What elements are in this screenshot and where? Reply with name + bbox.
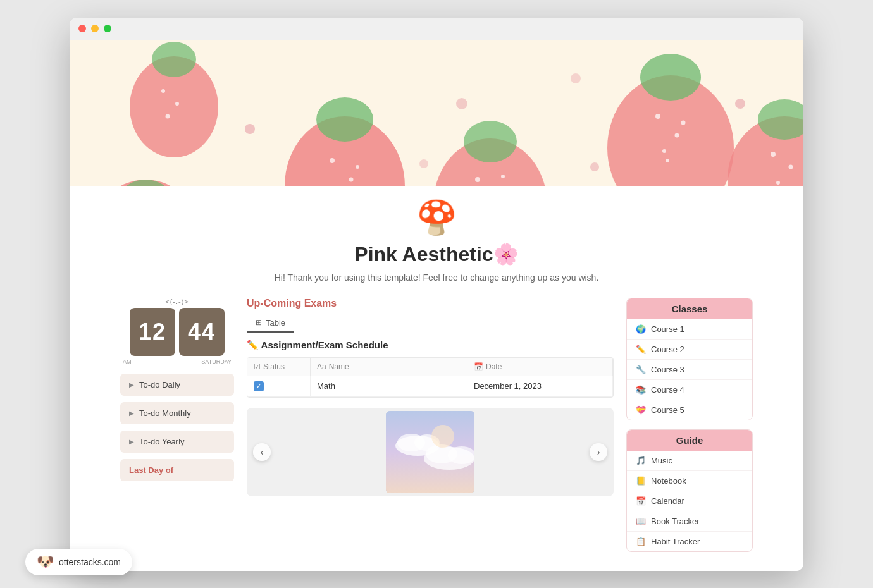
- cell-status[interactable]: ✓: [247, 376, 311, 396]
- guide-item-habit-tracker[interactable]: 📋 Habit Tracker: [627, 532, 752, 551]
- svg-point-42: [571, 73, 581, 83]
- guide-item-music[interactable]: 🎵 Music: [627, 451, 752, 471]
- tab-bar: ⊞ Table: [247, 314, 614, 333]
- tab-table[interactable]: ⊞ Table: [247, 314, 294, 333]
- browser-window: 🍄 Pink Aesthetic🌸 Hi! Thank you for usin…: [70, 18, 803, 571]
- clock-day: SATURDAY: [201, 358, 232, 365]
- svg-point-23: [501, 175, 505, 178]
- svg-point-26: [655, 114, 660, 119]
- svg-point-50: [431, 425, 454, 448]
- checkbox-checked[interactable]: ✓: [254, 381, 264, 391]
- title-bar: [70, 18, 803, 40]
- svg-point-29: [681, 120, 686, 125]
- db-title: ✏️ Assignment/Exam Schedule: [247, 340, 614, 351]
- course4-icon: 📚: [636, 385, 646, 395]
- book-tracker-label: Book Tracker: [651, 517, 700, 526]
- maximize-button[interactable]: [104, 25, 111, 32]
- col-status: ☑ Status: [247, 358, 311, 376]
- left-sidebar: <(-.-)> 12 44 AM SATURDAY ▶ To-do Daily …: [120, 298, 234, 481]
- carousel-next-button[interactable]: ›: [590, 443, 607, 461]
- table-header: ☑ Status Aa Name 📅 Date: [247, 358, 613, 376]
- last-day-label: Last Day of: [129, 465, 173, 475]
- svg-point-25: [640, 54, 701, 101]
- svg-point-9: [175, 102, 179, 106]
- course5-label: Course 5: [651, 405, 684, 415]
- svg-point-27: [675, 133, 679, 137]
- arrow-icon: ▶: [129, 438, 134, 445]
- svg-point-33: [771, 152, 776, 157]
- table-row: ✓ Math December 1, 2023: [247, 376, 613, 397]
- classes-title: Classes: [627, 298, 752, 319]
- music-label: Music: [651, 456, 672, 465]
- calendar-icon: 📅: [636, 496, 646, 506]
- guide-section: Guide 🎵 Music 📒 Notebook 📅 Calendar: [626, 429, 753, 552]
- svg-point-19: [464, 121, 517, 162]
- table-icon: ⊞: [256, 318, 262, 327]
- clock-widget: <(-.-)> 12 44 AM SATURDAY: [120, 298, 234, 365]
- page-description: Hi! Thank you for using this template! F…: [120, 273, 753, 283]
- classes-item-1[interactable]: 🌍 Course 1: [627, 319, 752, 340]
- arrow-icon: ▶: [129, 410, 134, 417]
- carousel-image: [386, 411, 474, 493]
- sidebar-item-todo-daily[interactable]: ▶ To-do Daily: [120, 374, 234, 396]
- svg-point-14: [349, 177, 354, 181]
- svg-point-34: [789, 164, 793, 169]
- svg-point-35: [776, 181, 780, 185]
- center-content: Up-Coming Exams ⊞ Table ✏️ Assignment/Ex…: [247, 298, 614, 496]
- svg-point-30: [666, 159, 669, 162]
- habit-tracker-label: Habit Tracker: [651, 537, 700, 546]
- book-tracker-icon: 📖: [636, 517, 646, 526]
- course1-icon: 🌍: [636, 324, 646, 334]
- clock-hours: 12: [130, 308, 175, 356]
- course5-icon: 💝: [636, 405, 646, 415]
- carousel-prev-button[interactable]: ‹: [253, 443, 271, 461]
- guide-item-calendar[interactable]: 📅 Calendar: [627, 491, 752, 511]
- course1-label: Course 1: [651, 324, 684, 334]
- col-name: Aa Name: [311, 358, 467, 376]
- cell-extra: [562, 376, 613, 396]
- svg-point-38: [590, 162, 599, 171]
- col-extra: [562, 358, 613, 376]
- content-area: 🍄 Pink Aesthetic🌸 Hi! Thank you for usin…: [70, 186, 803, 571]
- classes-item-5[interactable]: 💝 Course 5: [627, 400, 752, 420]
- svg-point-49: [448, 446, 474, 464]
- sidebar-item-label: To-do Yearly: [139, 437, 185, 446]
- minimize-button[interactable]: [91, 25, 99, 32]
- last-day-item[interactable]: Last Day of: [120, 459, 234, 481]
- sidebar-item-label: To-do Daily: [139, 380, 180, 389]
- guide-item-book-tracker[interactable]: 📖 Book Tracker: [627, 511, 752, 532]
- sidebar-item-todo-monthly[interactable]: ▶ To-do Monthly: [120, 402, 234, 424]
- svg-point-37: [456, 98, 467, 109]
- svg-point-7: [152, 42, 196, 77]
- exams-section-title: Up-Coming Exams: [247, 298, 614, 309]
- svg-point-41: [419, 159, 428, 168]
- classes-item-3[interactable]: 🔧 Course 3: [627, 360, 752, 380]
- close-button[interactable]: [78, 25, 86, 32]
- clock-display: 12 44: [120, 308, 234, 356]
- music-icon: 🎵: [636, 456, 646, 465]
- banner: [70, 40, 803, 186]
- cell-name: Math: [311, 376, 467, 396]
- exams-section: Up-Coming Exams ⊞ Table ✏️ Assignment/Ex…: [247, 298, 614, 398]
- sidebar-item-todo-yearly[interactable]: ▶ To-do Yearly: [120, 431, 234, 453]
- classes-item-4[interactable]: 📚 Course 4: [627, 380, 752, 400]
- course4-label: Course 4: [651, 385, 684, 395]
- svg-point-16: [356, 165, 359, 169]
- habit-tracker-icon: 📋: [636, 537, 646, 546]
- notebook-label: Notebook: [651, 476, 686, 486]
- course3-label: Course 3: [651, 365, 684, 374]
- guide-title: Guide: [627, 430, 752, 451]
- svg-point-39: [735, 99, 745, 109]
- calendar-icon: 📅: [474, 362, 483, 371]
- sidebar-item-label: To-do Monthly: [139, 408, 191, 418]
- clock-sublabels: AM SATURDAY: [120, 358, 234, 365]
- guide-list: 🎵 Music 📒 Notebook 📅 Calendar 📖: [627, 451, 752, 551]
- guide-item-notebook[interactable]: 📒 Notebook: [627, 471, 752, 491]
- notebook-icon: 📒: [636, 476, 646, 486]
- text-icon: Aa: [317, 362, 326, 371]
- watermark: 🐶 otterstacks.com: [25, 549, 132, 575]
- right-sidebar: Classes 🌍 Course 1 ✏️ Course 2 🔧 Cours: [626, 298, 753, 552]
- exam-table: ☑ Status Aa Name 📅 Date: [247, 357, 614, 398]
- col-date: 📅 Date: [467, 358, 562, 376]
- classes-item-2[interactable]: ✏️ Course 2: [627, 340, 752, 360]
